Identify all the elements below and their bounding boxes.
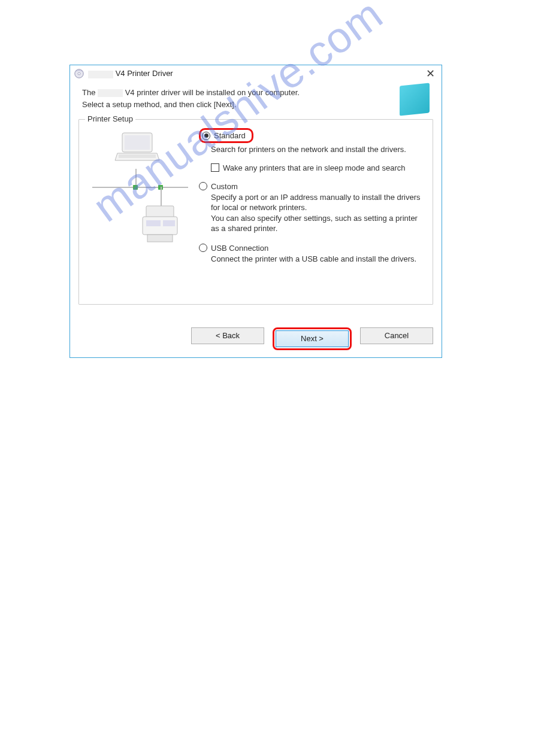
intro-line1-prefix: The <box>82 88 95 97</box>
intro-section: The V4 printer driver will be installed … <box>70 82 442 117</box>
network-diagram <box>86 128 194 297</box>
back-button[interactable]: < Back <box>191 327 264 344</box>
laptop-icon <box>114 130 161 166</box>
next-button[interactable]: Next > <box>276 330 349 347</box>
intro-line1-suffix: V4 printer driver will be installed on y… <box>125 88 300 97</box>
custom-desc: Specify a port or an IP address manually… <box>211 192 425 234</box>
brand-placeholder-2 <box>98 89 123 97</box>
title-suffix: V4 Printer Driver <box>116 69 173 78</box>
cancel-button[interactable]: Cancel <box>360 327 433 344</box>
radio-standard[interactable] <box>202 132 210 140</box>
svg-rect-9 <box>147 235 173 242</box>
svg-rect-3 <box>125 135 150 150</box>
close-icon[interactable]: ✕ <box>422 66 438 81</box>
wake-checkbox-row: Wake any printers that are in sleep mode… <box>211 163 425 172</box>
button-row: < Back Next > Cancel <box>191 327 433 350</box>
option-custom: Custom Specify a port or an IP address m… <box>199 182 425 234</box>
custom-label: Custom <box>211 182 238 191</box>
standard-desc: Search for printers on the network and i… <box>211 144 425 155</box>
installer-disc-icon <box>74 68 84 79</box>
radio-custom[interactable] <box>199 182 207 190</box>
wake-checkbox-label: Wake any printers that are in sleep mode… <box>223 163 405 172</box>
header-cube-icon <box>400 83 430 116</box>
group-legend: Printer Setup <box>85 114 135 123</box>
next-button-highlight: Next > <box>273 327 352 350</box>
printer-setup-group: Printer Setup <box>78 119 433 305</box>
checkbox-wake-printers[interactable] <box>211 163 219 172</box>
svg-rect-7 <box>146 220 161 226</box>
options-column: Standard Search for printers on the netw… <box>194 128 425 297</box>
usb-label: USB Connection <box>211 244 268 253</box>
intro-text: The V4 printer driver will be installed … <box>82 87 394 110</box>
dialog-title: V4 Printer Driver <box>88 69 173 78</box>
radio-usb[interactable] <box>199 244 207 252</box>
option-standard: Standard Search for printers on the netw… <box>199 128 425 172</box>
titlebar: V4 Printer Driver ✕ <box>70 65 442 82</box>
option-usb: USB Connection Connect the printer with … <box>199 244 425 265</box>
svg-rect-4 <box>119 154 156 158</box>
printer-icon <box>140 205 180 247</box>
svg-rect-8 <box>163 220 175 226</box>
brand-placeholder <box>88 71 113 78</box>
standard-label: Standard <box>214 131 246 140</box>
standard-radio-highlight: Standard <box>199 128 253 143</box>
intro-line2: Select a setup method, and then click [N… <box>82 99 394 111</box>
usb-desc: Connect the printer with a USB cable and… <box>211 254 425 265</box>
svg-rect-5 <box>146 206 174 218</box>
svg-point-1 <box>78 72 80 75</box>
installer-dialog: V4 Printer Driver ✕ The V4 printer drive… <box>69 65 442 358</box>
